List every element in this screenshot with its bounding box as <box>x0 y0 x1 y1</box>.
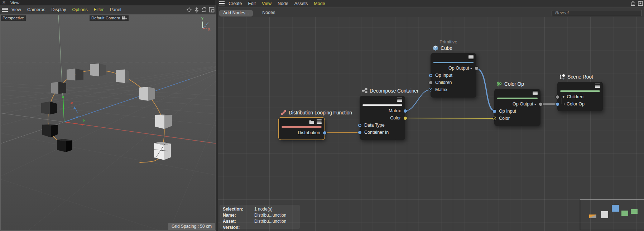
node-editor-menu-assets[interactable]: Assets <box>294 1 308 6</box>
pan-icon[interactable] <box>186 7 192 13</box>
wire-distribution-looping-function-distribution[interactable] <box>325 132 360 133</box>
menu-icon[interactable] <box>533 91 538 95</box>
new-panel-icon[interactable] <box>638 1 643 6</box>
add-nodes-button[interactable]: Add Nodes... <box>219 10 253 16</box>
port-dot-color[interactable] <box>404 117 407 120</box>
scene-cube-4 <box>58 82 66 94</box>
node-editor-menu-mode[interactable]: Mode <box>314 1 325 6</box>
node-preview-bar <box>362 104 402 106</box>
navigator-minimap[interactable] <box>580 199 644 230</box>
output-expand-icon[interactable]: ▸ <box>471 66 472 70</box>
folder-icon[interactable] <box>309 120 314 124</box>
port-row-matrix[interactable]: Matrix <box>360 107 405 114</box>
rotate-icon[interactable] <box>201 7 207 13</box>
wire-decompose-container-color[interactable] <box>405 118 494 118</box>
port-row-container-in[interactable]: Container In <box>360 129 405 136</box>
mm-cube <box>612 205 619 212</box>
scene-cube-2 <box>76 69 84 81</box>
toggle-layout-icon[interactable] <box>209 7 215 13</box>
node-editor-menu-view[interactable]: View <box>262 1 271 6</box>
port-row-color[interactable]: Color <box>494 115 540 122</box>
child-connector-arrow <box>564 103 566 105</box>
dolly-icon[interactable] <box>194 7 200 13</box>
menu-icon[interactable] <box>468 55 474 59</box>
port-dot-op-input[interactable] <box>493 110 496 113</box>
port-row-matrix[interactable]: Matrix <box>431 86 476 93</box>
camera-label[interactable]: Default Camera <box>90 15 129 21</box>
port-dot-color[interactable] <box>492 117 496 120</box>
node-title-color-op[interactable]: Color Op <box>496 81 524 87</box>
port-row-op-output[interactable]: Op Output▸ <box>431 65 476 72</box>
menu-icon[interactable] <box>595 84 600 88</box>
port-dot-matrix[interactable] <box>404 109 407 113</box>
viewport-3d-view[interactable]: A Perspective Default Camera Y Z X Grid … <box>0 15 216 231</box>
node-title-text: Color Op <box>504 81 524 87</box>
port-label: Color Op <box>567 102 585 107</box>
node-editor-hamburger-icon[interactable] <box>219 1 225 5</box>
scene-cube-0 <box>116 70 125 83</box>
close-icon[interactable]: ✕ <box>2 1 6 5</box>
port-row-op-output[interactable]: Op Output▸ <box>494 100 540 108</box>
viewport-menu-panel[interactable]: Panel <box>110 7 121 12</box>
port-dot-op-input[interactable] <box>429 74 432 77</box>
node-graph-canvas[interactable]: Selection:1 node(s)Name:Distribu...uncti… <box>218 17 644 231</box>
port-label: Data Type <box>364 123 385 128</box>
port-dot-color-op[interactable] <box>556 103 559 106</box>
port-dot-children[interactable] <box>429 81 432 84</box>
info-row-selection: Selection:1 node(s) <box>220 206 300 212</box>
output-expand-icon[interactable]: ▸ <box>535 102 536 106</box>
viewport-menu-display[interactable]: Display <box>52 7 66 12</box>
port-label: Color <box>499 116 510 121</box>
menu-icon[interactable] <box>317 119 322 124</box>
wire-cube-op-output[interactable] <box>476 68 494 111</box>
viewport-menu-cameras[interactable]: Cameras <box>27 7 45 12</box>
node-editor-menu-create[interactable]: Create <box>229 1 242 6</box>
scene-cube-5 <box>41 102 50 114</box>
node-title-distribution-looping-function[interactable]: Distribution Looping Function <box>281 110 352 116</box>
cube-icon <box>433 45 438 51</box>
tab-nodes[interactable]: Nodes <box>262 10 275 15</box>
port-row-distribution[interactable]: Distribution <box>279 129 325 136</box>
expand-caret-icon[interactable]: ▼ <box>562 95 565 99</box>
node-editor-menu-edit[interactable]: Edit <box>248 1 256 6</box>
node-preview-bar <box>282 126 322 128</box>
node-scene-root[interactable]: ▼ChildrenColor Op <box>557 82 603 111</box>
port-row-op-input[interactable]: Op Input <box>431 72 476 79</box>
node-preview-bar <box>433 62 474 63</box>
viewport-menu-filter[interactable]: Filter <box>94 7 104 12</box>
node-title-scene-root[interactable]: Scene Root <box>559 74 593 80</box>
info-label: Version: <box>220 225 254 229</box>
port-dot-op-output[interactable] <box>475 67 478 70</box>
viewport-hamburger-icon[interactable] <box>2 8 8 12</box>
port-label: Container In <box>364 130 389 135</box>
viewport-menu-view[interactable]: View <box>11 7 21 12</box>
port-dot-matrix[interactable] <box>429 88 432 91</box>
node-cube[interactable]: Op Output▸Op InputChildrenMatrix <box>431 53 476 98</box>
port-dot-children[interactable] <box>556 95 559 99</box>
port-row-children[interactable]: Children <box>431 79 476 86</box>
lock-icon[interactable] <box>631 1 635 6</box>
node-header-icons <box>595 84 600 88</box>
port-row-op-input[interactable]: Op Input <box>494 108 540 115</box>
port-dot-data-type[interactable] <box>358 124 361 127</box>
node-editor-menu-node[interactable]: Node <box>278 1 288 6</box>
axis-z-label: Z <box>206 21 208 26</box>
viewport-menu-options[interactable]: Options <box>72 7 88 12</box>
port-row-color[interactable]: Color <box>360 114 405 122</box>
node-distribution-looping-function[interactable]: Distribution <box>279 118 325 140</box>
port-dot-op-output[interactable] <box>539 103 542 106</box>
node-decompose-container[interactable]: MatrixColorData TypeContainer In <box>360 96 405 140</box>
node-title-decompose-container[interactable]: Decompose Container <box>362 88 418 94</box>
node-color-op[interactable]: Op Output▸Op InputColor <box>494 89 540 126</box>
reveal-search-input[interactable] <box>552 10 642 16</box>
gears-icon <box>496 81 502 87</box>
port-label: Op Input <box>499 109 516 114</box>
port-dot-distribution[interactable] <box>323 131 326 135</box>
port-dot-container-in[interactable] <box>358 131 361 134</box>
port-row-data-type[interactable]: Data Type <box>360 122 405 129</box>
node-title-cube[interactable]: Cube <box>433 45 452 51</box>
node-header-icons <box>533 91 538 95</box>
menu-icon[interactable] <box>397 98 402 102</box>
port-row-children[interactable]: ▼Children <box>557 93 603 100</box>
projection-label[interactable]: Perspective <box>1 15 26 21</box>
